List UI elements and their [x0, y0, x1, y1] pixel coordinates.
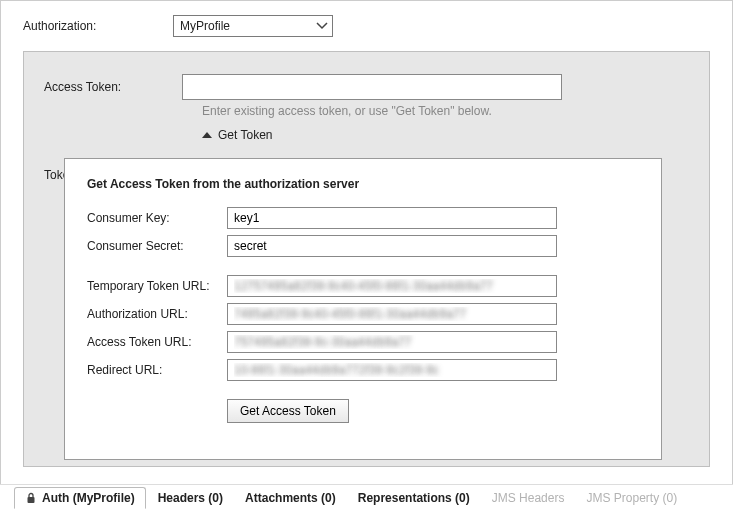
authorization-profile-select[interactable]: MyProfile [173, 15, 333, 37]
consumer-secret-row: Consumer Secret: [87, 235, 639, 257]
access-token-hint: Enter existing access token, or use "Get… [24, 104, 709, 118]
auth-url-input[interactable] [227, 303, 557, 325]
temp-token-label: Temporary Token URL: [87, 279, 227, 293]
consumer-key-label: Consumer Key: [87, 211, 227, 225]
auth-url-row: Authorization URL: [87, 303, 639, 325]
temp-token-input[interactable] [227, 275, 557, 297]
redirect-url-label: Redirect URL: [87, 363, 227, 377]
get-access-token-button[interactable]: Get Access Token [227, 399, 349, 423]
consumer-secret-label: Consumer Secret: [87, 239, 227, 253]
bottom-tabs: Auth (MyProfile) Headers (0) Attachments… [0, 484, 733, 510]
triangle-up-icon [202, 132, 212, 138]
authorization-profile-value: MyProfile [180, 19, 230, 33]
get-token-toggle[interactable]: Get Token [24, 128, 709, 142]
tab-headers[interactable]: Headers (0) [148, 488, 233, 508]
consumer-key-input[interactable] [227, 207, 557, 229]
tab-jms-headers: JMS Headers [482, 488, 575, 508]
get-token-toggle-label: Get Token [218, 128, 272, 142]
access-token-row: Access Token: [24, 52, 709, 100]
access-url-row: Access Token URL: [87, 331, 639, 353]
tab-jms-property: JMS Property (0) [576, 488, 687, 508]
consumer-secret-input[interactable] [227, 235, 557, 257]
tab-representations[interactable]: Representations (0) [348, 488, 480, 508]
auth-url-label: Authorization URL: [87, 307, 227, 321]
access-url-label: Access Token URL: [87, 335, 227, 349]
authorization-label: Authorization: [23, 19, 173, 33]
oauth-panel: Access Token: Enter existing access toke… [23, 51, 710, 467]
chevron-down-icon [316, 20, 328, 32]
access-token-label: Access Token: [44, 80, 182, 94]
get-access-token-popup: Get Access Token from the authorization … [64, 158, 662, 460]
consumer-key-row: Consumer Key: [87, 207, 639, 229]
popup-title: Get Access Token from the authorization … [87, 177, 639, 191]
temp-token-row: Temporary Token URL: [87, 275, 639, 297]
redirect-url-input[interactable] [227, 359, 557, 381]
authorization-row: Authorization: MyProfile [1, 1, 732, 45]
svg-rect-0 [28, 497, 35, 503]
lock-icon [25, 492, 37, 504]
access-url-input[interactable] [227, 331, 557, 353]
tab-auth-label: Auth (MyProfile) [42, 491, 135, 505]
redirect-url-row: Redirect URL: [87, 359, 639, 381]
tab-auth[interactable]: Auth (MyProfile) [14, 487, 146, 509]
access-token-input[interactable] [182, 74, 562, 100]
tab-attachments[interactable]: Attachments (0) [235, 488, 346, 508]
hidden-token-secret-label: Token Secret: [44, 168, 64, 182]
